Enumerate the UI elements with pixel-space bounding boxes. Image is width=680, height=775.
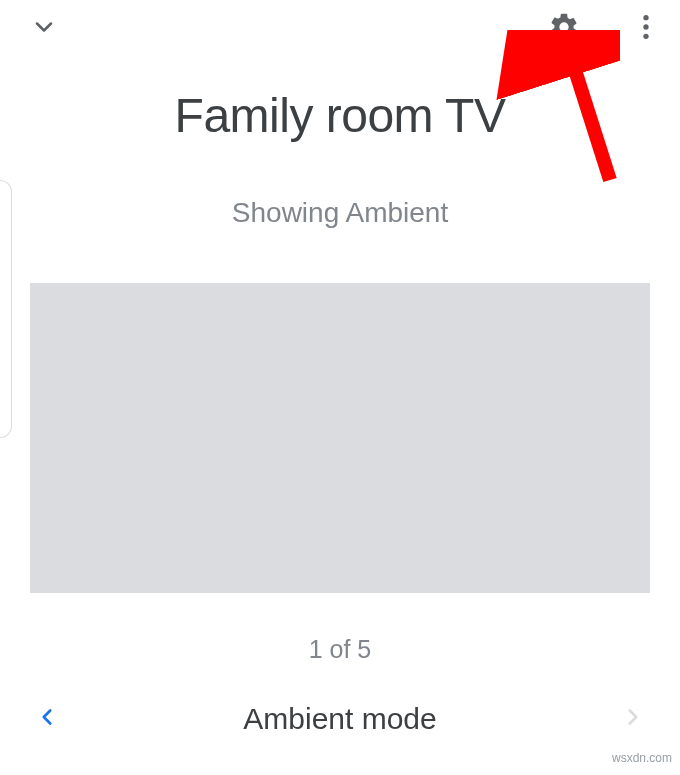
side-handle [0, 180, 12, 438]
ambient-preview[interactable] [30, 283, 650, 593]
top-bar [0, 0, 680, 50]
mode-label: Ambient mode [60, 702, 620, 736]
page-title: Family room TV [0, 88, 680, 143]
svg-point-2 [643, 34, 648, 39]
svg-point-0 [643, 15, 648, 20]
chevron-left-icon[interactable] [34, 704, 60, 734]
more-vert-icon[interactable] [630, 11, 662, 47]
mode-row: Ambient mode [0, 702, 680, 736]
pager-text: 1 of 5 [0, 635, 680, 664]
svg-point-1 [643, 24, 648, 29]
chevron-right-icon[interactable] [620, 704, 646, 734]
watermark: wsxdn.com [612, 751, 672, 765]
back-chevron-icon[interactable] [30, 13, 58, 45]
top-bar-actions [548, 11, 662, 47]
status-subtitle: Showing Ambient [0, 197, 680, 229]
gear-icon[interactable] [548, 11, 580, 47]
